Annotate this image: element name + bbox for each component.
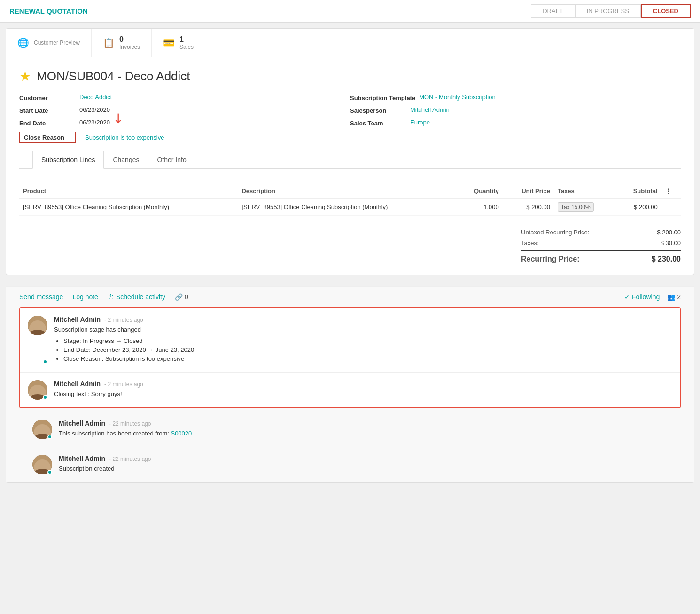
col-header-menu[interactable]: ⋮ <box>661 184 681 199</box>
step-closed[interactable]: CLOSED <box>641 4 691 18</box>
clock-icon: ⏱ <box>108 293 114 301</box>
status-steps: DRAFT IN PROGRESS CLOSED <box>531 4 691 18</box>
following-button[interactable]: ✓ Following <box>624 293 660 301</box>
sales-team-label: Sales Team <box>350 119 406 127</box>
message-author-3: Mitchell Admin <box>59 420 105 427</box>
main-content: 🌐 Customer Preview 📋 0 Invoices 💳 1 Sale… <box>6 28 694 275</box>
online-indicator-3 <box>47 435 52 439</box>
tab-other-info[interactable]: Other Info <box>148 151 195 169</box>
taxes-value: $ 30.00 <box>643 240 681 247</box>
tabs-bar: Subscription Lines Changes Other Info <box>19 151 681 169</box>
message-content-3: Mitchell Admin - 22 minutes ago This sub… <box>59 420 668 439</box>
recurring-label: Recurring Price: <box>521 255 579 264</box>
star-icon[interactable]: ★ <box>19 69 31 84</box>
recurring-value: $ 230.00 <box>643 255 681 264</box>
untaxed-label: Untaxed Recurring Price: <box>521 229 589 236</box>
message-header-2: Mitchell Admin - 2 minutes ago <box>54 380 672 388</box>
cell-quantity: 1.000 <box>457 199 503 216</box>
message-item-4: Mitchell Admin - 22 minutes ago Subscrip… <box>19 447 681 482</box>
online-indicator-4 <box>47 470 52 474</box>
schedule-activity-button[interactable]: ⏱ Schedule activity <box>108 293 165 301</box>
message-group-1: Mitchell Admin - 2 minutes ago Subscript… <box>19 307 681 408</box>
message-author-2: Mitchell Admin <box>54 380 101 388</box>
sales-button[interactable]: 💳 1 Sales <box>152 29 205 57</box>
checkmark-icon: ✓ <box>624 293 630 301</box>
message-author-4: Mitchell Admin <box>59 455 105 462</box>
message-time-1: - 2 minutes ago <box>104 317 143 323</box>
subscription-template-label: Subscription Template <box>350 93 415 101</box>
customer-preview-button[interactable]: 🌐 Customer Preview <box>6 29 92 57</box>
sales-team-value[interactable]: Europe <box>410 119 430 126</box>
invoices-count: 0 <box>119 35 140 44</box>
recurring-price-row: Recurring Price: $ 230.00 <box>521 250 681 265</box>
tab-subscription-lines[interactable]: Subscription Lines <box>32 151 104 169</box>
taxes-label: Taxes: <box>521 240 539 247</box>
message-body-2: Closing text : Sorry guys! <box>54 389 672 399</box>
chatter-section: Send message Log note ⏱ Schedule activit… <box>6 286 694 483</box>
send-message-button[interactable]: Send message <box>19 293 63 301</box>
subscription-template-value[interactable]: MON - Monthly Subscription <box>419 93 496 101</box>
cell-product: [SERV_89553] Office Cleaning Subscriptio… <box>19 199 238 216</box>
message-item-2: Mitchell Admin - 2 minutes ago Closing t… <box>20 372 680 407</box>
chatter-right: ✓ Following 👥 2 <box>624 293 681 301</box>
lines-table: Product Description Quantity Unit Price … <box>19 184 681 216</box>
message-item-1: Mitchell Admin - 2 minutes ago Subscript… <box>20 308 680 372</box>
log-note-button[interactable]: Log note <box>72 293 98 301</box>
untaxed-value: $ 200.00 <box>643 229 681 236</box>
sales-count: 1 <box>179 35 194 44</box>
people-icon: 👥 <box>667 293 675 301</box>
chatter-toolbar: Send message Log note ⏱ Schedule activit… <box>6 286 694 307</box>
record-title: ★ MON/SUB004 - Deco Addict <box>19 69 681 84</box>
message-header-1: Mitchell Admin - 2 minutes ago <box>54 316 672 323</box>
sales-icon: 💳 <box>163 37 175 48</box>
start-date-field: Start Date 06/23/2020 <box>19 106 350 114</box>
untaxed-row: Untaxed Recurring Price: $ 200.00 <box>521 227 681 238</box>
end-date-value: 06/23/2020 <box>79 119 110 126</box>
top-bar: RENEWAL QUOTATION DRAFT IN PROGRESS CLOS… <box>0 0 700 23</box>
col-header-subtotal: Subtotal <box>616 184 661 199</box>
online-indicator-1 <box>43 359 47 364</box>
message-time-3: - 22 minutes ago <box>109 420 151 427</box>
table-row: [SERV_89553] Office Cleaning Subscriptio… <box>19 199 681 216</box>
end-date-field: End Date 06/23/2020 <box>19 119 350 127</box>
salesperson-label: Salesperson <box>350 106 406 114</box>
avatar-container-1 <box>28 316 47 364</box>
customer-field: Customer Deco Addict <box>19 93 350 101</box>
subscription-template-field: Subscription Template MON - Monthly Subs… <box>350 93 681 101</box>
customer-value[interactable]: Deco Addict <box>79 93 112 101</box>
s00020-link[interactable]: S00020 <box>171 430 192 437</box>
list-item: Close Reason: Subscription is too expens… <box>63 355 672 362</box>
message-list-1: Stage: In Progress → Closed End Date: De… <box>63 337 672 362</box>
cell-subtotal: $ 200.00 <box>616 199 661 216</box>
salesperson-field: Salesperson Mitchell Admin <box>350 106 681 114</box>
totals-section: Untaxed Recurring Price: $ 200.00 Taxes:… <box>6 223 694 275</box>
subscription-lines-table: Product Description Quantity Unit Price … <box>6 176 694 223</box>
salesperson-value[interactable]: Mitchell Admin <box>410 106 450 113</box>
close-reason-value[interactable]: Subscription is too expensive <box>85 134 164 141</box>
invoice-icon: 📋 <box>103 37 115 48</box>
avatar-1 <box>28 316 47 335</box>
globe-icon: 🌐 <box>17 37 29 48</box>
avatar-container-4 <box>32 455 52 474</box>
message-content-2: Mitchell Admin - 2 minutes ago Closing t… <box>54 380 672 400</box>
message-feed: Mitchell Admin - 2 minutes ago Subscript… <box>6 307 694 482</box>
followers-count: 👥 2 <box>667 293 681 301</box>
step-draft[interactable]: DRAFT <box>531 4 575 18</box>
invoices-button[interactable]: 📋 0 Invoices <box>92 29 152 57</box>
grouped-messages: Mitchell Admin - 2 minutes ago Subscript… <box>19 307 681 408</box>
message-header-4: Mitchell Admin - 22 minutes ago <box>59 455 668 462</box>
fields-right: Subscription Template MON - Monthly Subs… <box>350 93 681 143</box>
tab-changes[interactable]: Changes <box>104 151 148 169</box>
form-header: ★ MON/SUB004 - Deco Addict Customer Deco… <box>6 57 694 176</box>
start-date-value: 06/23/2020 <box>79 106 110 113</box>
start-date-label: Start Date <box>19 106 76 114</box>
online-indicator-2 <box>43 395 47 400</box>
message-body-1: Subscription stage has changed <box>54 325 672 334</box>
list-item: End Date: December 23, 2020 → June 23, 2… <box>63 346 672 353</box>
message-item-3: Mitchell Admin - 22 minutes ago This sub… <box>19 412 681 447</box>
section-divider <box>0 281 700 286</box>
record-name: MON/SUB004 - Deco Addict <box>37 69 190 84</box>
step-in-progress[interactable]: IN PROGRESS <box>575 4 641 18</box>
form-fields: Customer Deco Addict Start Date 06/23/20… <box>19 93 681 143</box>
close-reason-label: Close Reason <box>19 132 76 143</box>
